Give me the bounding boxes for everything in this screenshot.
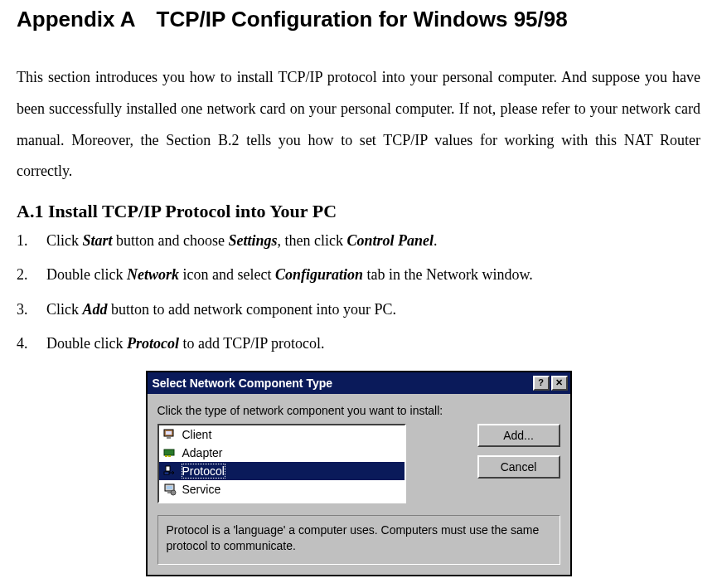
step-number: 2.: [17, 265, 46, 285]
step-text: Double click Protocol to add TCP/IP prot…: [46, 333, 700, 354]
svg-point-14: [171, 490, 176, 495]
svg-rect-1: [166, 431, 172, 435]
step-2: 2. Double click Network icon and select …: [17, 265, 700, 285]
select-component-dialog: Select Network Component Type ? ✕ Click …: [146, 371, 572, 576]
cancel-button[interactable]: Cancel: [477, 455, 560, 479]
add-button[interactable]: Add...: [477, 424, 560, 447]
svg-rect-2: [167, 437, 171, 439]
component-type-list[interactable]: Client Adapter Protocol: [157, 424, 406, 503]
list-item-service[interactable]: Service: [159, 480, 405, 498]
list-item-protocol[interactable]: Protocol: [159, 462, 405, 480]
adapter-icon: [162, 445, 177, 460]
step-number: 1.: [17, 231, 46, 251]
step-number: 4.: [17, 333, 46, 354]
step-text: Click Add button to add network componen…: [46, 299, 700, 320]
svg-rect-12: [167, 486, 172, 489]
protocol-icon: [162, 464, 177, 479]
list-item-label: Adapter: [182, 446, 223, 459]
step-1: 1. Click Start button and choose Setting…: [17, 231, 700, 251]
list-item-label: Client: [182, 428, 212, 441]
client-icon: [162, 427, 177, 442]
dialog-titlebar[interactable]: Select Network Component Type ? ✕: [148, 372, 570, 394]
list-item-adapter[interactable]: Adapter: [159, 444, 405, 462]
dialog-title: Select Network Component Type: [153, 377, 333, 390]
svg-rect-3: [164, 450, 174, 455]
step-text: Double click Network icon and select Con…: [46, 265, 700, 285]
section-a1-heading: A.1 Install TCP/IP Protocol into Your PC: [17, 201, 700, 222]
list-item-label: Protocol: [182, 464, 225, 478]
help-button[interactable]: ?: [533, 376, 550, 391]
intro-paragraph: This section introduces you how to insta…: [17, 62, 700, 187]
step-4: 4. Double click Protocol to add TCP/IP p…: [17, 333, 700, 354]
page-title: Appendix A TCP/IP Configuration for Wind…: [17, 7, 700, 32]
help-icon: ?: [538, 378, 544, 387]
description-box: Protocol is a 'language' a computer uses…: [157, 515, 560, 565]
svg-rect-5: [168, 455, 171, 457]
step-text: Click Start button and choose Settings, …: [46, 231, 700, 251]
list-item-label: Service: [182, 483, 221, 496]
step-3: 3. Click Add button to add network compo…: [17, 299, 700, 320]
dialog-prompt: Click the type of network component you …: [157, 404, 560, 417]
svg-rect-4: [165, 455, 167, 457]
svg-rect-7: [164, 472, 169, 474]
list-item-client[interactable]: Client: [159, 425, 405, 444]
service-icon: [162, 482, 177, 497]
close-icon: ✕: [555, 378, 563, 387]
svg-rect-6: [166, 466, 170, 471]
step-number: 3.: [17, 299, 46, 320]
close-button[interactable]: ✕: [551, 376, 568, 391]
